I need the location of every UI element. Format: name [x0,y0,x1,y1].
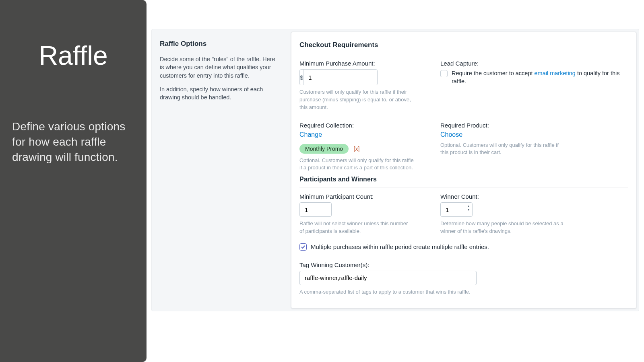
winner-count-label: Winner Count: [440,193,628,200]
lead-capture-checkbox[interactable] [440,70,448,77]
choose-product-link[interactable]: Choose [440,131,462,138]
options-card: Checkout Requirements Minimum Purchase A… [291,32,636,309]
participants-heading: Participants and Winners [299,172,628,187]
min-purchase-input[interactable] [303,70,378,85]
lead-capture-label: Lead Capture: [440,60,628,67]
min-participant-field: Minimum Participant Count: Raffle will n… [299,193,432,235]
min-participant-label: Minimum Participant Count: [299,193,432,200]
tag-input[interactable] [299,271,477,285]
required-product-label: Required Product: [440,122,628,129]
winner-count-field: Winner Count: ▴▾ Determine how many peop… [440,193,628,235]
winner-count-input[interactable] [446,206,463,213]
change-collection-link[interactable]: Change [299,131,322,138]
required-collection-field: Required Collection: Change Monthly Prom… [299,122,432,172]
checkout-heading: Checkout Requirements [299,41,628,54]
sidebar-description: Define various options for how each raff… [12,119,134,165]
winner-count-input-wrap: ▴▾ [440,202,473,217]
collection-badge: Monthly Promo [299,144,349,154]
required-product-field: Required Product: Choose Optional. Custo… [440,122,628,172]
section-heading: Raffle Options [160,40,280,48]
lead-capture-text: Require the customer to accept email mar… [452,69,628,86]
winner-count-helper: Determine how many people should be sele… [440,220,569,235]
tag-label: Tag Winning Customer(s): [299,261,628,268]
multiple-entries-label: Multiple purchases within raffle period … [311,243,489,251]
remove-collection-icon[interactable]: [x] [354,146,360,152]
min-participant-helper: Raffle will not select winner unless thi… [299,220,408,235]
required-collection-label: Required Collection: [299,122,432,129]
lead-capture-field: Lead Capture: Require the customer to ac… [440,60,628,111]
required-collection-helper: Optional. Customers will only qualify fo… [299,157,416,172]
section-paragraph-1: Decide some of the "rules" of the raffle… [160,55,280,80]
section-paragraph-2: In addition, specify how winners of each… [160,85,280,102]
min-purchase-label: Minimum Purchase Amount: [299,60,432,67]
min-purchase-field: Minimum Purchase Amount: $ Customers wil… [299,60,432,111]
stepper-icon[interactable]: ▴▾ [468,204,470,212]
required-product-helper: Optional. Customers will only qualify fo… [440,142,561,157]
settings-panel: Raffle Options Decide some of the "rules… [151,29,639,311]
multiple-entries-row: Multiple purchases within raffle period … [299,243,628,251]
sidebar-title: Raffle [12,40,134,71]
multiple-entries-checkbox[interactable] [299,243,307,251]
sidebar: Raffle Define various options for how ea… [0,0,147,362]
main-content: Raffle Options Decide some of the "rules… [147,0,644,362]
min-purchase-helper: Customers will only qualify for this raf… [299,88,420,111]
currency-addon: $ [300,70,303,85]
tag-helper: A comma-separated list of tags to apply … [299,288,628,296]
email-marketing-link[interactable]: email marketing [535,70,576,76]
min-purchase-input-group: $ [299,69,378,85]
tag-winners-field: Tag Winning Customer(s): A comma-separat… [299,261,628,296]
min-participant-input[interactable] [299,202,332,217]
section-intro: Raffle Options Decide some of the "rules… [152,29,291,311]
